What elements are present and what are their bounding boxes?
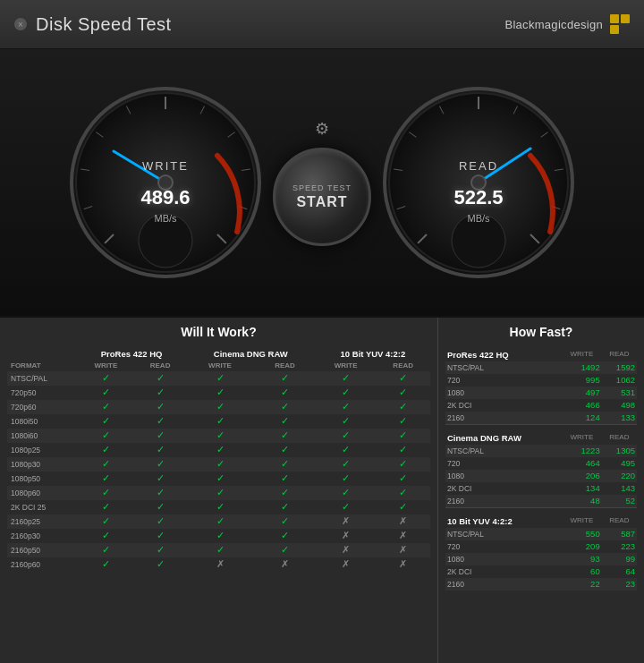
check-cell: ✓: [134, 400, 185, 414]
will-it-work-panel: Will It Work? ProRes 422 HQ Cinema DNG R…: [0, 318, 438, 663]
group-header-1: ProRes 422 HQ: [77, 346, 185, 361]
check-cell: ✓: [254, 457, 316, 472]
hf-read-val: 1062: [602, 374, 637, 387]
write-number: 489.6: [140, 186, 190, 209]
format-cell: 2160p25: [7, 514, 77, 529]
check-cell: ✓: [77, 457, 134, 472]
format-cell: 2160p60: [7, 557, 77, 572]
hf-data-row: NTSC/PAL 1492 1592: [445, 361, 637, 374]
format-cell: 2160p50: [7, 543, 77, 557]
hf-row-label: 2K DCI: [445, 399, 562, 412]
format-cell: 1080p60: [7, 486, 77, 500]
hf-row-label: 1080: [445, 387, 562, 399]
hf-section-header: ProRes 422 HQWRITEREAD: [445, 346, 637, 361]
settings-icon[interactable]: ⚙: [315, 119, 329, 139]
hf-format-label: ProRes 422 HQ: [445, 346, 562, 361]
hf-row-label: 2160: [445, 495, 562, 508]
check-cell: ✓: [77, 414, 134, 429]
check-cell: ✓: [254, 514, 316, 529]
hf-read-val: 64: [602, 565, 637, 578]
hf-data-row: NTSC/PAL 550 587: [445, 528, 637, 540]
write-sub-2: WRITE: [186, 361, 255, 371]
check-cell: ✓: [254, 414, 316, 429]
check-cell: ✓: [186, 472, 255, 486]
format-cell: 1080i60: [7, 429, 77, 443]
hf-row-label: 1080: [445, 470, 562, 482]
how-fast-panel: How Fast? ProRes 422 HQWRITEREAD NTSC/PA…: [438, 318, 644, 663]
table-row: 1080p60 ✓✓ ✓✓ ✓✓: [7, 486, 430, 500]
hf-row-label: 720: [445, 540, 562, 553]
hf-write-val: 1492: [562, 361, 602, 374]
table-row: 2160p60 ✓✓ ✗✗ ✗✗: [7, 557, 430, 572]
hf-read-val: 223: [602, 540, 637, 553]
check-cell: ✓: [376, 500, 430, 514]
hf-write-val: 464: [562, 457, 602, 470]
bmd-sq-3: [610, 25, 619, 34]
check-cell: ✓: [134, 371, 185, 386]
hf-format-label: 10 Bit YUV 4:2:2: [445, 513, 562, 528]
check-cell: ✓: [186, 486, 255, 500]
check-cell: ✓: [186, 500, 255, 514]
start-label: START: [296, 194, 347, 210]
check-cell: ✓: [186, 514, 255, 529]
check-cell: ✓: [316, 400, 377, 414]
group-header-3: 10 Bit YUV 4:2:2: [316, 346, 430, 361]
hf-row-label: 2160: [445, 412, 562, 425]
title-bar: × Disk Speed Test Blackmagicdesign: [0, 0, 644, 49]
check-cell: ✓: [134, 500, 185, 514]
check-cell: ✓: [134, 543, 185, 557]
format-cell: 2160p30: [7, 529, 77, 543]
check-cell: ✓: [316, 472, 377, 486]
title-bar-left: × Disk Speed Test: [14, 14, 172, 35]
check-cell: ✓: [254, 529, 316, 543]
check-cell: ✓: [254, 486, 316, 500]
check-cell: ✓: [254, 429, 316, 443]
check-cell: ✓: [77, 557, 134, 572]
table-row: 1080i60 ✓✓ ✓✓ ✓✓: [7, 429, 430, 443]
check-cell: ✓: [134, 486, 185, 500]
hf-write-val: 497: [562, 387, 602, 399]
check-cell: ✓: [376, 414, 430, 429]
hf-data-row: 1080 497 531: [445, 387, 637, 399]
check-cell: ✓: [186, 529, 255, 543]
read-gauge: READ 522.5 MB/s: [380, 84, 577, 281]
start-button[interactable]: SPEED TEST START: [273, 148, 371, 246]
format-cell: 1080i50: [7, 414, 77, 429]
hf-read-val: 587: [602, 528, 637, 540]
hf-format-label-row: 10 Bit YUV 4:2:2WRITEREAD: [445, 513, 637, 528]
table-row: 2160p50 ✓✓ ✓✓ ✗✗: [7, 543, 430, 557]
brand-icon: [610, 14, 630, 34]
check-cell: ✓: [316, 386, 377, 400]
check-cell: ✓: [77, 472, 134, 486]
check-cell: ✓: [134, 429, 185, 443]
format-cell: NTSC/PAL: [7, 371, 77, 386]
hf-row-label: 2K DCI: [445, 565, 562, 578]
table-row: 1080p25 ✓✓ ✓✓ ✓✓: [7, 443, 430, 457]
hf-row-label: 2K DCI: [445, 482, 562, 495]
check-cell: ✓: [77, 386, 134, 400]
hf-read-val: 133: [602, 412, 637, 425]
bmd-sq-1: [610, 14, 619, 23]
bmd-sq-4: [621, 25, 630, 34]
table-row: 720p50 ✓✓ ✓✓ ✓✓: [7, 386, 430, 400]
hf-write-val: 466: [562, 399, 602, 412]
hf-data-row: 720 995 1062: [445, 374, 637, 387]
bmd-sq-2: [621, 14, 630, 23]
app-title: Disk Speed Test: [36, 14, 172, 35]
hf-read-val: 23: [602, 578, 637, 591]
format-cell: 2K DCI 25: [7, 500, 77, 514]
check-cell: ✗: [316, 543, 377, 557]
check-cell: ✓: [376, 443, 430, 457]
write-gauge: WRITE 489.6 MB/s: [67, 84, 264, 281]
check-cell: ✓: [77, 486, 134, 500]
check-cell: ✗: [316, 557, 377, 572]
read-sub-2: READ: [254, 361, 316, 371]
table-row: 1080p30 ✓✓ ✓✓ ✓✓: [7, 457, 430, 472]
check-cell: ✓: [186, 429, 255, 443]
format-cell: 720p50: [7, 386, 77, 400]
close-button[interactable]: ×: [14, 18, 27, 30]
read-label: READ: [459, 159, 498, 173]
brand-name: Blackmagicdesign: [504, 18, 603, 31]
hf-row-label: 720: [445, 374, 562, 387]
check-cell: ✓: [316, 414, 377, 429]
